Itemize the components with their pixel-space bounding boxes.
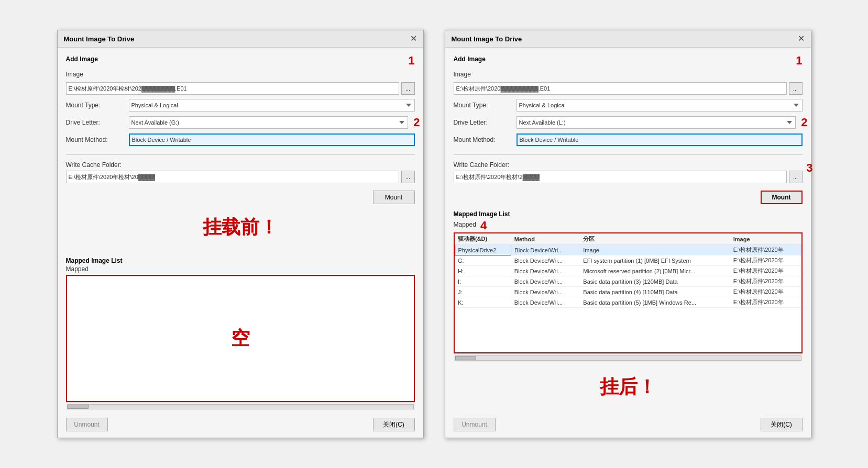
- mount-button-row-1: Mount: [66, 191, 415, 204]
- mapped-data-table-2: 驱动器(&D) Method 分区 Image PhysicalDrive2Bl…: [455, 233, 801, 308]
- cell-partition: Basic data partition (4) [110MB] Data: [580, 287, 730, 297]
- cell-partition: Basic data partition (3) [120MB] Data: [580, 276, 730, 287]
- close-icon-1[interactable]: ✕: [410, 35, 417, 43]
- cell-drive: K:: [455, 297, 511, 308]
- browse-btn-cache-2[interactable]: ...: [789, 171, 803, 183]
- col-header-drive-2: 驱动器(&D): [455, 233, 511, 245]
- cell-image: E:\检材原件\2020年: [730, 297, 801, 308]
- close-icon-2[interactable]: ✕: [798, 35, 805, 43]
- image-field-row-2: Image: [454, 71, 803, 78]
- empty-label-1: 空: [231, 326, 250, 351]
- cell-method: Block Device/Wri...: [511, 287, 580, 297]
- mount-method-label-1: Mount Method:: [66, 136, 129, 143]
- dialog2-body: Add Image 1 Image ... Mount Type: Physic…: [445, 48, 811, 438]
- dialog1-body: Add Image 1 Image ... Mount Type: Physic…: [58, 48, 423, 438]
- add-image-label-2: Add Image: [454, 55, 486, 63]
- dialog1-title: Mount Image To Drive: [64, 35, 135, 43]
- annotation-num3-2: 3: [806, 161, 812, 175]
- mapped-sublabel-2: Mapped: [454, 221, 476, 228]
- annotation-num1-2: 1: [796, 54, 802, 68]
- write-cache-label-1: Write Cache Folder:: [66, 161, 415, 169]
- col-header-method-2: Method: [511, 233, 580, 245]
- add-image-section-2: Add Image 1 Image ... Mount Type: Physic…: [454, 54, 803, 150]
- mount-type-row-1: Mount Type: Physical & Logical: [66, 99, 415, 112]
- mount-method-select-2[interactable]: Block Device / Writable: [517, 133, 803, 146]
- write-cache-input-row-2: ... 3: [454, 171, 803, 183]
- cell-partition: EFI system partition (1) [0MB] EFI Syste…: [580, 255, 730, 266]
- cell-partition: Microsoft reserved partition (2) [0MB] M…: [580, 266, 730, 276]
- scrollbar-2[interactable]: [454, 353, 803, 362]
- write-cache-input-2[interactable]: [454, 171, 787, 183]
- table-row: I:Block Device/Wri...Basic data partitio…: [455, 276, 801, 287]
- drive-letter-row-2: Drive Letter: Next Available (L:) 2: [454, 116, 803, 129]
- cell-image: E:\检材原件\2020年: [730, 255, 801, 266]
- scrollbar-thumb-2: [455, 356, 476, 360]
- table-row: H:Block Device/Wri...Microsoft reserved …: [455, 266, 801, 276]
- annotation-num4-2: 4: [480, 219, 487, 232]
- mount-type-label-2: Mount Type:: [454, 102, 517, 109]
- mount-method-row-1: Mount Method: Block Device / Writable: [66, 133, 415, 146]
- table-row: K:Block Device/Wri...Basic data partitio…: [455, 297, 801, 308]
- cell-drive: PhysicalDrive2: [455, 245, 511, 255]
- cell-drive: I:: [455, 276, 511, 287]
- scrollbar-track-1[interactable]: [67, 404, 414, 409]
- mount-method-row-2: Mount Method: Block Device / Writable: [454, 133, 803, 146]
- annotation-after-text: 挂后！: [600, 374, 656, 400]
- drive-letter-row-1: Drive Letter: Next Available (G:) 2: [66, 116, 415, 129]
- mapped-table-2: 驱动器(&D) Method 分区 Image PhysicalDrive2Bl…: [454, 232, 803, 353]
- cell-drive: J:: [455, 287, 511, 297]
- cell-image: E:\检材原件\2020年: [730, 287, 801, 297]
- annotation-num1-1: 1: [408, 54, 414, 68]
- mount-method-select-1[interactable]: Block Device / Writable: [129, 133, 415, 146]
- table-row: PhysicalDrive2Block Device/Wri...ImageE:…: [455, 245, 801, 255]
- close-dialog-button-2[interactable]: 关闭(C): [761, 418, 803, 431]
- table-row: G:Block Device/Wri...EFI system partitio…: [455, 255, 801, 266]
- image-label-1: Image: [66, 71, 118, 78]
- mount-button-1[interactable]: Mount: [373, 191, 415, 204]
- mount-type-label-1: Mount Type:: [66, 102, 129, 109]
- annotation-num2-2: 2: [801, 116, 807, 129]
- drive-letter-label-2: Drive Letter:: [454, 119, 517, 126]
- browse-btn-1[interactable]: ...: [401, 82, 415, 95]
- image-field-row-1: Image: [66, 71, 415, 78]
- col-header-image-2: Image: [730, 233, 801, 245]
- image-label-2: Image: [454, 71, 506, 78]
- drive-letter-select-2[interactable]: Next Available (L:): [517, 116, 796, 129]
- cell-method: Block Device/Wri...: [511, 245, 580, 255]
- mount-type-row-2: Mount Type: Physical & Logical: [454, 99, 803, 112]
- dialog2-title: Mount Image To Drive: [452, 35, 522, 43]
- cell-image: E:\检材原件\2020年: [730, 276, 801, 287]
- bottom-row-1: Unmount 关闭(C): [66, 415, 415, 431]
- close-dialog-button-1[interactable]: 关闭(C): [373, 418, 415, 431]
- cell-partition: Basic data partition (5) [1MB] Windows R…: [580, 297, 730, 308]
- mapped-table-empty-1: 空: [66, 275, 415, 402]
- drive-letter-select-1[interactable]: Next Available (G:): [129, 116, 409, 129]
- mount-type-select-1[interactable]: Physical & Logical: [129, 99, 415, 112]
- image-input-2[interactable]: [454, 82, 787, 95]
- image-input-1[interactable]: [66, 82, 399, 95]
- cell-method: Block Device/Wri...: [511, 276, 580, 287]
- dialog-before: Mount Image To Drive ✕ Add Image 1 Image…: [57, 30, 424, 438]
- write-cache-input-1[interactable]: [66, 171, 399, 183]
- mount-button-2[interactable]: Mount: [761, 191, 803, 204]
- cell-drive: H:: [455, 266, 511, 276]
- unmount-button-2[interactable]: Unmount: [454, 418, 496, 431]
- title-bar-2: Mount Image To Drive ✕: [445, 30, 811, 48]
- write-cache-section-1: Write Cache Folder: ...: [66, 161, 415, 187]
- table-header-row-2: 驱动器(&D) Method 分区 Image: [455, 233, 801, 245]
- mount-type-select-2[interactable]: Physical & Logical: [517, 99, 803, 112]
- col-header-partition-2: 分区: [580, 233, 730, 245]
- browse-btn-2[interactable]: ...: [789, 82, 803, 95]
- browse-btn-cache-1[interactable]: ...: [401, 171, 415, 183]
- mapped-section-1: Mapped Image List Mapped 空: [66, 257, 415, 410]
- bottom-row-2: Unmount 关闭(C): [454, 415, 803, 431]
- scrollbar-1[interactable]: [66, 402, 415, 410]
- add-image-section-1: Add Image 1 Image ... Mount Type: Physic…: [66, 54, 415, 150]
- unmount-button-1[interactable]: Unmount: [66, 418, 108, 431]
- write-cache-input-row-1: ...: [66, 171, 415, 183]
- image-input-row-2: ...: [454, 82, 803, 95]
- scrollbar-track-2[interactable]: [455, 355, 801, 361]
- table-row: J:Block Device/Wri...Basic data partitio…: [455, 287, 801, 297]
- cell-partition: Image: [580, 245, 730, 255]
- dialog-after: Mount Image To Drive ✕ Add Image 1 Image…: [445, 30, 811, 438]
